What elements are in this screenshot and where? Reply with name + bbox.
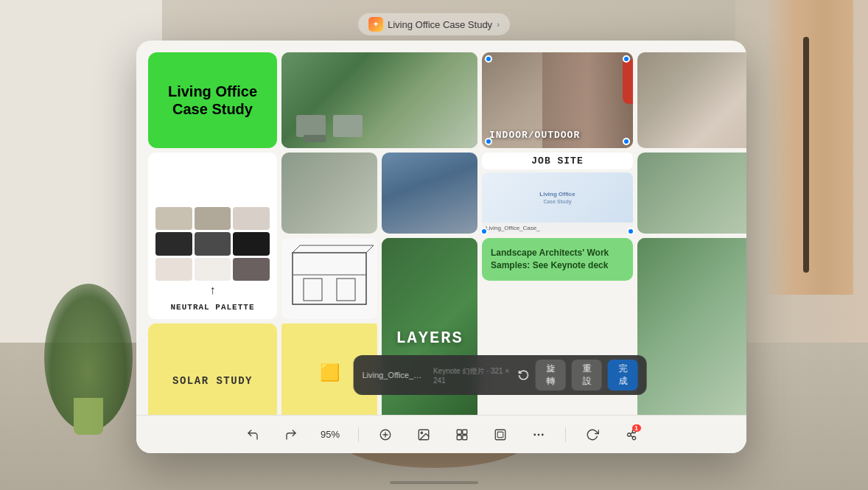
swatch-8 — [195, 258, 231, 281]
solar-study-label: SOLAR STUDY — [172, 375, 253, 387]
sketch-svg — [281, 238, 377, 319]
float-toolbar-filename: Living_Office_Case_ — [363, 371, 427, 379]
redo-icon — [284, 428, 298, 441]
solar-study-card[interactable]: SOLAR STUDY — [148, 323, 277, 415]
swatch-5 — [195, 232, 231, 255]
board-content[interactable]: Living OfficeCase Study — [136, 41, 746, 415]
float-toolbar[interactable]: Living_Office_Case_ Keynote 幻燈片 · 321 × … — [354, 355, 647, 395]
landscape-note-text: Landscape Architects' Work Samples: See … — [491, 247, 624, 272]
svg-point-21 — [627, 433, 631, 436]
shapes-icon — [455, 428, 469, 441]
neutral-palette-label: NEUTRAL PALETTE — [170, 303, 254, 312]
app-icon: ✦ — [368, 17, 383, 32]
canvas-area[interactable]: Living OfficeCase Study — [136, 41, 746, 453]
media-icon — [417, 428, 430, 441]
svg-rect-3 — [337, 279, 355, 301]
swatch-1 — [155, 207, 192, 230]
svg-line-24 — [630, 432, 632, 433]
media-button[interactable] — [412, 423, 435, 447]
keynote-document[interactable]: Living Office Case Study Living_Office_C… — [482, 172, 633, 234]
large-green-photo[interactable] — [637, 238, 746, 415]
undo-button[interactable] — [241, 423, 265, 447]
red-vase-decoration — [623, 60, 633, 104]
swatch-9 — [233, 258, 270, 281]
svg-rect-15 — [462, 435, 466, 439]
svg-rect-17 — [497, 432, 503, 438]
title-card-text: Living OfficeCase Study — [168, 83, 257, 118]
landscape-note[interactable]: Landscape Architects' Work Samples: See … — [482, 238, 633, 281]
glass-office-image[interactable] — [382, 153, 477, 234]
shapes-button[interactable] — [450, 423, 474, 447]
svg-rect-16 — [495, 430, 505, 440]
zoom-level[interactable]: 95% — [318, 429, 343, 440]
layers-overlay: LAYERS — [396, 329, 463, 347]
scroll-indicator — [390, 481, 478, 484]
svg-point-19 — [538, 434, 539, 435]
breadcrumb-bar[interactable]: ✦ Living Office Case Study › — [358, 13, 510, 35]
swatch-2 — [195, 207, 231, 230]
share-badge: 1 — [632, 424, 641, 432]
keynote-filename: Living_Office_Case_ — [486, 225, 540, 231]
separator-2 — [565, 427, 566, 442]
selection-dot-tl — [485, 55, 492, 63]
selection-dot-2-bl — [480, 228, 488, 235]
more-button[interactable] — [527, 423, 550, 447]
rotate-button[interactable]: 旋轉 — [536, 360, 566, 391]
svg-line-4 — [293, 245, 300, 253]
frames-icon — [494, 428, 507, 441]
swatch-4 — [155, 232, 192, 255]
palette-swatches — [155, 207, 270, 281]
rotate-icon — [518, 368, 530, 382]
svg-rect-2 — [304, 279, 322, 301]
job-site-area[interactable]: JOB SITE Living Office Case Study Living… — [482, 153, 633, 234]
breadcrumb-title[interactable]: Living Office Case Study — [388, 19, 492, 30]
green-wall-image[interactable] — [281, 52, 477, 148]
keynote-footer: Living_Office_Case_ — [482, 223, 633, 234]
sync-icon — [586, 428, 599, 441]
palette-arrow: ↑ — [210, 284, 216, 297]
breadcrumb-chevron: › — [497, 20, 500, 29]
indoor-outdoor-image[interactable]: INDOOR/OUTDOOR — [482, 52, 633, 148]
more-icon — [532, 428, 545, 441]
building-exterior-image[interactable] — [637, 153, 746, 234]
frames-button[interactable] — [489, 423, 512, 447]
add-button[interactable] — [374, 423, 397, 447]
swatch-7 — [155, 258, 192, 281]
svg-rect-14 — [457, 435, 461, 439]
svg-rect-12 — [457, 430, 461, 434]
undo-icon — [246, 428, 259, 441]
redo-button[interactable] — [279, 423, 303, 447]
svg-line-5 — [366, 245, 374, 253]
svg-point-20 — [542, 434, 543, 435]
main-toolbar[interactable]: 95% — [136, 415, 746, 453]
selection-dot-br — [623, 138, 630, 145]
svg-rect-13 — [462, 430, 466, 434]
swatch-3 — [233, 207, 270, 230]
office-interior-image[interactable] — [281, 153, 377, 234]
float-toolbar-info: Keynote 幻燈片 · 321 × 241 — [433, 366, 512, 385]
neutral-palette-card[interactable]: ↑ NEUTRAL PALETTE — [148, 153, 277, 319]
svg-point-11 — [421, 432, 422, 433]
bg-coatrack — [803, 37, 809, 273]
board-grid: Living OfficeCase Study — [148, 52, 735, 415]
selection-dot-tr — [623, 55, 630, 63]
job-site-label[interactable]: JOB SITE — [482, 153, 633, 169]
sticky-emoji: 🟨 — [320, 363, 340, 382]
share-button[interactable]: 1 — [619, 423, 643, 447]
svg-point-18 — [534, 434, 536, 435]
hallway-image[interactable] — [637, 52, 746, 148]
selection-dot-2-br — [627, 228, 634, 235]
bg-plant-pot — [74, 398, 103, 435]
keynote-preview: Living Office Case Study — [482, 172, 633, 223]
swatch-6 — [233, 232, 270, 255]
selection-dot-bl — [485, 138, 492, 145]
add-icon — [379, 428, 392, 441]
done-button[interactable]: 完成 — [608, 360, 638, 391]
sync-button[interactable] — [581, 423, 604, 447]
reset-button[interactable]: 重設 — [572, 360, 602, 391]
indoor-outdoor-label: INDOOR/OUTDOOR — [489, 130, 580, 141]
bg-curtain — [765, 0, 853, 295]
architectural-sketch[interactable] — [281, 238, 377, 319]
title-card[interactable]: Living OfficeCase Study — [148, 52, 277, 148]
svg-line-25 — [630, 435, 632, 437]
